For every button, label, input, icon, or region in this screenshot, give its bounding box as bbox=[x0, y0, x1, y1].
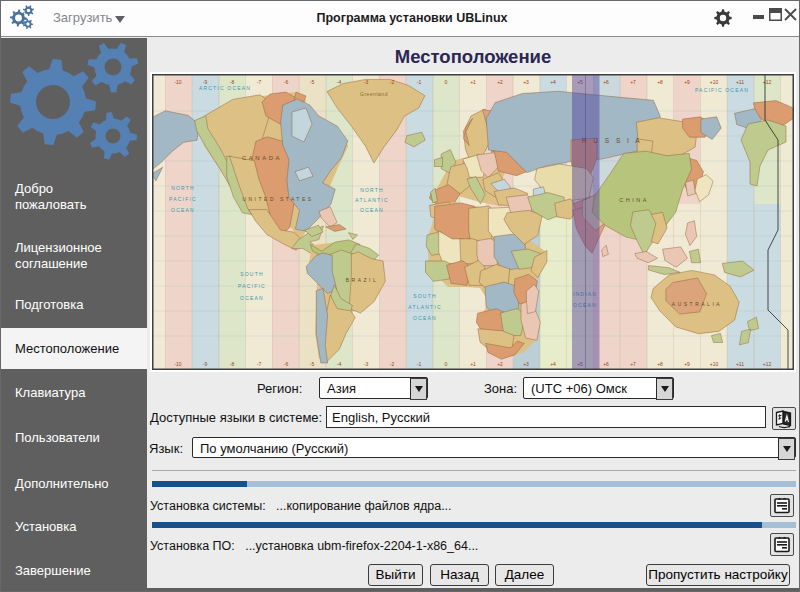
svg-text:+8: +8 bbox=[657, 361, 663, 367]
svg-text:+4: +4 bbox=[550, 361, 556, 367]
svg-text:-10: -10 bbox=[174, 79, 181, 85]
svg-text:-9: -9 bbox=[203, 79, 208, 85]
svg-text:+10: +10 bbox=[710, 79, 719, 85]
svg-text:AUSTRALIA: AUSTRALIA bbox=[672, 301, 722, 307]
svg-text:NORTH: NORTH bbox=[171, 185, 195, 191]
svg-text:UNITED STATES: UNITED STATES bbox=[242, 196, 313, 202]
svg-text:OCEAN: OCEAN bbox=[360, 207, 384, 213]
svg-text:-7: -7 bbox=[257, 79, 262, 85]
svg-text:+6: +6 bbox=[603, 79, 609, 85]
svg-text:+1: +1 bbox=[470, 79, 476, 85]
svg-text:-3: -3 bbox=[364, 79, 369, 85]
svg-text:PACIFIC OCEAN: PACIFIC OCEAN bbox=[695, 87, 749, 93]
svg-text:OCEAN: OCEAN bbox=[240, 295, 264, 301]
svg-text:CANADA: CANADA bbox=[242, 155, 282, 161]
svg-text:+2: +2 bbox=[497, 79, 503, 85]
svg-text:PACIFIC: PACIFIC bbox=[238, 283, 266, 289]
svg-text:+1: +1 bbox=[470, 361, 476, 367]
svg-text:+2: +2 bbox=[497, 361, 503, 367]
svg-text:-2: -2 bbox=[390, 361, 395, 367]
svg-text:+9: +9 bbox=[684, 361, 690, 367]
svg-text:+7: +7 bbox=[630, 79, 636, 85]
svg-text:+12: +12 bbox=[763, 361, 772, 367]
svg-text:+3: +3 bbox=[523, 361, 529, 367]
svg-text:ATLANTIC: ATLANTIC bbox=[355, 197, 388, 203]
svg-text:-6: -6 bbox=[284, 361, 289, 367]
svg-text:-7: -7 bbox=[257, 361, 262, 367]
svg-text:ATLANTIC: ATLANTIC bbox=[408, 304, 441, 310]
svg-text:BRAZIL: BRAZIL bbox=[346, 277, 379, 283]
svg-text:-10: -10 bbox=[174, 361, 181, 367]
svg-text:CHINA: CHINA bbox=[619, 197, 649, 203]
svg-text:+6: +6 bbox=[603, 361, 609, 367]
svg-text:-9: -9 bbox=[203, 361, 208, 367]
svg-text:+11: +11 bbox=[736, 361, 744, 367]
svg-text:+9: +9 bbox=[684, 79, 690, 85]
svg-text:+3: +3 bbox=[523, 79, 529, 85]
svg-text:-1: -1 bbox=[417, 361, 422, 367]
svg-text:-8: -8 bbox=[230, 79, 235, 85]
svg-text:Greenland: Greenland bbox=[360, 91, 388, 97]
svg-text:-2: -2 bbox=[390, 79, 395, 85]
svg-text:+4: +4 bbox=[550, 79, 556, 85]
svg-text:-1: -1 bbox=[417, 79, 422, 85]
svg-text:-3: -3 bbox=[364, 361, 369, 367]
svg-text:SOUTH: SOUTH bbox=[240, 271, 264, 277]
svg-text:-8: -8 bbox=[230, 361, 235, 367]
svg-text:+7: +7 bbox=[630, 361, 636, 367]
svg-text:SOUTH: SOUTH bbox=[413, 293, 437, 299]
svg-text:0: 0 bbox=[445, 361, 448, 367]
svg-text:PACIFIC: PACIFIC bbox=[169, 196, 197, 202]
svg-text:-5: -5 bbox=[310, 79, 315, 85]
svg-text:0: 0 bbox=[445, 79, 448, 85]
svg-text:OCEAN: OCEAN bbox=[413, 315, 437, 321]
svg-text:-4: -4 bbox=[337, 361, 342, 367]
svg-text:NORTH: NORTH bbox=[360, 187, 384, 193]
svg-text:+12: +12 bbox=[763, 79, 772, 85]
svg-text:+10: +10 bbox=[710, 361, 719, 367]
svg-text:OCEAN: OCEAN bbox=[171, 207, 195, 213]
svg-text:ARCTIC OCEAN: ARCTIC OCEAN bbox=[199, 85, 251, 91]
svg-text:-4: -4 bbox=[337, 79, 342, 85]
svg-text:-6: -6 bbox=[284, 79, 289, 85]
svg-text:+8: +8 bbox=[657, 79, 663, 85]
svg-text:-5: -5 bbox=[310, 361, 315, 367]
svg-text:+11: +11 bbox=[736, 79, 744, 85]
